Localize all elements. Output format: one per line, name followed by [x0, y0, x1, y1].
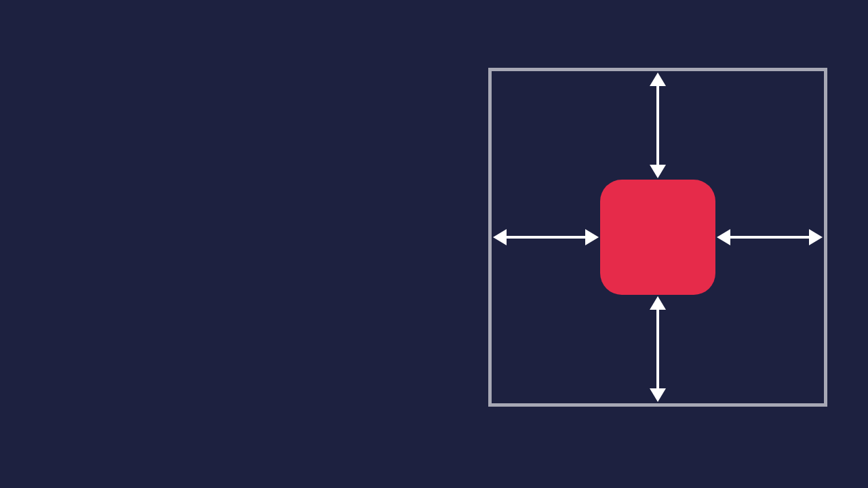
arrow-bottom-line [656, 307, 659, 395]
arrow-top-line [656, 79, 659, 167]
arrow-top-inner-head [650, 165, 666, 178]
arrow-right-line [728, 236, 816, 239]
centering-diagram [488, 68, 827, 407]
arrow-left-outer-head [493, 229, 507, 245]
title-block [41, 108, 475, 125]
arrow-top-outer-head [650, 73, 666, 86]
centered-square-icon [600, 180, 715, 295]
arrow-right-outer-head [809, 229, 823, 245]
arrow-left-line [500, 236, 588, 239]
arrow-left-inner-head [585, 229, 599, 245]
arrow-bottom-outer-head [650, 388, 666, 402]
arrow-right-inner-head [717, 229, 730, 245]
arrow-bottom-inner-head [650, 296, 666, 310]
